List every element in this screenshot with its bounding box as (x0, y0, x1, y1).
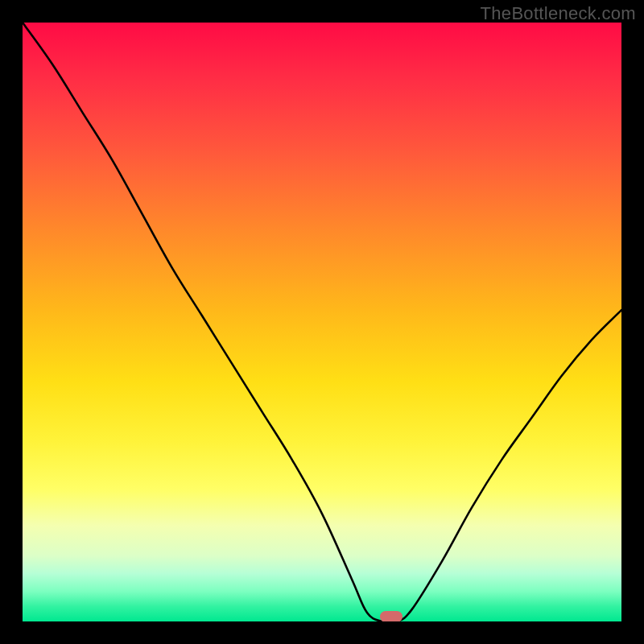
watermark-text: TheBottleneck.com (481, 3, 636, 24)
optimal-point-marker (380, 611, 402, 621)
bottleneck-curve (23, 23, 621, 621)
plot-area (23, 23, 621, 621)
chart-frame: TheBottleneck.com (0, 0, 644, 644)
